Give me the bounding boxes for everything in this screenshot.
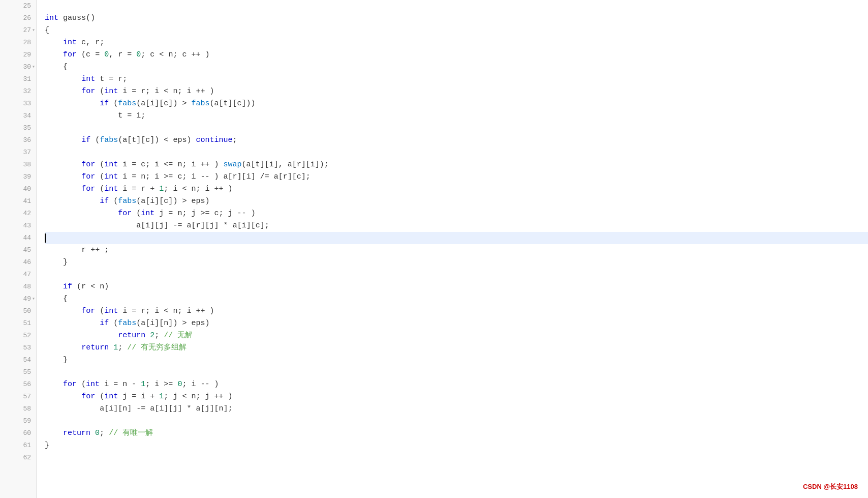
line-number: 42 — [0, 208, 36, 220]
code-line[interactable]: if (fabs(a[i][c]) > fabs(a[t][c])) — [45, 98, 868, 110]
code-line[interactable] — [45, 366, 868, 378]
code-line[interactable]: for (c = 0, r = 0; c < n; c ++ ) — [45, 49, 868, 61]
code-line[interactable]: if (fabs(a[t][c]) < eps) continue; — [45, 134, 868, 147]
line-numbers: 252627▾282930▾31323334353637383940414243… — [0, 0, 37, 498]
line-number: 60 — [0, 427, 36, 440]
line-number: 54 — [0, 354, 36, 366]
code-line[interactable]: } — [45, 440, 868, 452]
code-line[interactable]: if (fabs(a[i][c]) > eps) — [45, 195, 868, 208]
line-number: 52 — [0, 330, 36, 342]
line-number: 45 — [0, 244, 36, 256]
code-line[interactable]: if (fabs(a[i][n]) > eps) — [45, 317, 868, 330]
code-line[interactable] — [45, 122, 868, 134]
line-number: 30▾ — [0, 61, 36, 73]
code-line[interactable]: int gauss() — [45, 12, 868, 24]
code-line[interactable] — [45, 147, 868, 159]
line-number: 47 — [0, 269, 36, 281]
line-number: 32 — [0, 85, 36, 98]
line-number: 40 — [0, 183, 36, 195]
code-line[interactable]: int t = r; — [45, 73, 868, 85]
code-line[interactable]: } — [45, 354, 868, 366]
code-line[interactable]: } — [45, 256, 868, 269]
code-line[interactable]: for (int i = r + 1; i < n; i ++ ) — [45, 183, 868, 195]
code-line[interactable]: { — [45, 293, 868, 305]
code-line[interactable] — [45, 269, 868, 281]
watermark: CSDN @长安1108 — [803, 482, 858, 492]
line-number: 57 — [0, 391, 36, 403]
code-line[interactable]: a[i][j] -= a[r][j] * a[i][c]; — [45, 220, 868, 232]
code-line[interactable]: for (int i = c; i <= n; i ++ ) swap(a[t]… — [45, 159, 868, 171]
line-number: 62 — [0, 452, 36, 464]
code-line[interactable]: if (r < n) — [45, 281, 868, 293]
line-number: 35 — [0, 122, 36, 134]
line-number: 48 — [0, 281, 36, 293]
line-number: 38 — [0, 159, 36, 171]
line-number: 33 — [0, 98, 36, 110]
line-number: 56 — [0, 378, 36, 391]
code-line[interactable]: a[i][n] -= a[i][j] * a[j][n]; — [45, 403, 868, 415]
code-line[interactable] — [45, 0, 868, 12]
code-line[interactable]: for (int i = r; i < n; i ++ ) — [45, 305, 868, 317]
code-editor: 252627▾282930▾31323334353637383940414243… — [0, 0, 868, 498]
code-line[interactable]: for (int i = n - 1; i >= 0; i -- ) — [45, 378, 868, 391]
line-number: 41 — [0, 195, 36, 208]
line-number: 58 — [0, 403, 36, 415]
code-line[interactable]: { — [45, 61, 868, 73]
code-line[interactable]: { — [45, 24, 868, 37]
line-number: 53 — [0, 342, 36, 354]
code-line[interactable]: t = i; — [45, 110, 868, 122]
code-line[interactable]: return 0; // 有唯一解 — [45, 427, 868, 440]
code-line[interactable]: for (int j = i + 1; j < n; j ++ ) — [45, 391, 868, 403]
code-line[interactable]: return 1; // 有无穷多组解 — [45, 342, 868, 354]
line-number: 46 — [0, 256, 36, 269]
line-number: 39 — [0, 171, 36, 183]
line-number: 49▾ — [0, 293, 36, 305]
line-number: 50 — [0, 305, 36, 317]
line-number: 29 — [0, 49, 36, 61]
line-number: 43 — [0, 220, 36, 232]
code-line[interactable] — [45, 415, 868, 427]
code-line[interactable] — [45, 232, 868, 244]
line-number: 37 — [0, 147, 36, 159]
code-line[interactable]: for (int i = r; i < n; i ++ ) — [45, 85, 868, 98]
line-number: 25 — [0, 0, 36, 12]
line-number: 51 — [0, 317, 36, 330]
code-line[interactable]: return 2; // 无解 — [45, 330, 868, 342]
line-number: 31 — [0, 73, 36, 85]
line-number: 55 — [0, 366, 36, 378]
line-number: 34 — [0, 110, 36, 122]
code-area[interactable]: int gauss(){ int c, r; for (c = 0, r = 0… — [37, 0, 868, 498]
line-number: 61 — [0, 440, 36, 452]
code-line[interactable]: for (int j = n; j >= c; j -- ) — [45, 208, 868, 220]
line-number: 59 — [0, 415, 36, 427]
line-number: 44 — [0, 232, 36, 244]
line-number: 26 — [0, 12, 36, 24]
code-line[interactable]: int c, r; — [45, 37, 868, 49]
line-number: 28 — [0, 37, 36, 49]
code-line[interactable] — [45, 452, 868, 464]
line-number: 36 — [0, 134, 36, 147]
code-line[interactable]: r ++ ; — [45, 244, 868, 256]
line-number: 27▾ — [0, 24, 36, 37]
code-line[interactable]: for (int i = n; i >= c; i -- ) a[r][i] /… — [45, 171, 868, 183]
